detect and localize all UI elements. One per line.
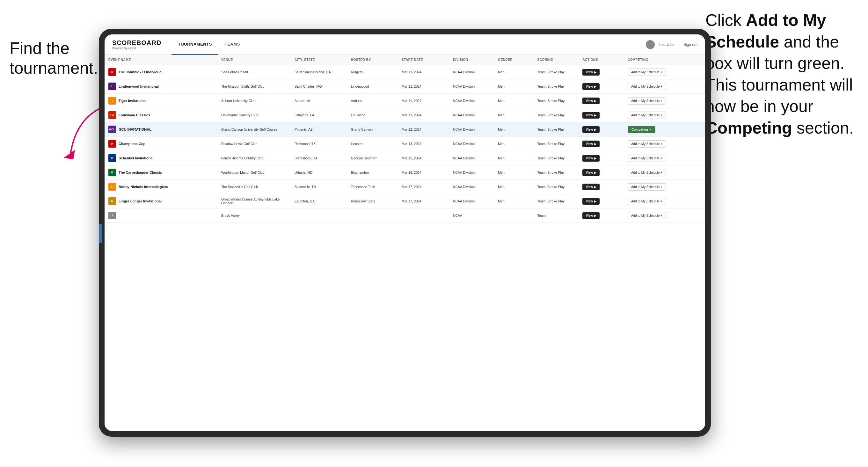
venue-cell: Worthington Manor Golf Club [217, 165, 291, 180]
actions-cell: View ▶ [579, 94, 624, 108]
venue-cell: Great Waters Course At Reynolds Lake Oco… [217, 194, 291, 209]
competing-cell: Add to My Schedule + [624, 194, 705, 209]
city-cell: Lafayette, LA [291, 108, 347, 122]
table-row: R The Johnnie - O Individual Sea Palms R… [104, 65, 705, 80]
view-button[interactable]: View ▶ [582, 97, 599, 104]
table-header-row: EVENT NAME VENUE CITY, STATE HOSTED BY S… [104, 55, 705, 65]
competing-cell: Add to My Schedule + [624, 80, 705, 94]
annotation-right: Click Add to My Schedule and the box wil… [706, 9, 859, 139]
table-row: LA Louisiana Classics Oakbourne Country … [104, 108, 705, 122]
event-name: Lindenwood Invitational [119, 85, 159, 88]
add-to-schedule-button[interactable]: Add to My Schedule + [628, 198, 666, 205]
date-cell: Mar 13, 2024 [398, 137, 449, 151]
competing-cell: Add to My Schedule + [624, 165, 705, 180]
view-button[interactable]: View ▶ [582, 69, 599, 75]
scoring-cell: Team, [534, 209, 579, 223]
actions-cell: View ▶ [579, 194, 624, 209]
team-logo: K [108, 197, 116, 205]
add-to-schedule-button[interactable]: Add to My Schedule + [628, 169, 666, 176]
separator: | [679, 42, 680, 47]
add-to-schedule-button[interactable]: Add to My Schedule + [628, 155, 666, 162]
gender-cell: Men [494, 194, 533, 209]
add-to-schedule-button[interactable]: Add to My Schedule + [628, 140, 666, 148]
sidebar-tab[interactable] [99, 224, 102, 243]
nav-tabs: TOURNAMENTS TEAMS [172, 34, 246, 55]
team-logo: R [108, 68, 116, 76]
add-to-schedule-button[interactable]: Add to My Schedule + [628, 183, 666, 191]
team-logo: B [108, 168, 116, 176]
event-name-cell: LA Louisiana Classics [104, 108, 217, 122]
date-cell: Mar 16, 2024 [398, 165, 449, 180]
gender-cell: Men [494, 94, 533, 108]
logo-text: SCOREBOARD [112, 39, 161, 46]
event-name: Bobby Nichols Intercollegiate [119, 185, 168, 189]
view-button[interactable]: View ▶ [582, 112, 599, 119]
view-button[interactable]: View ▶ [582, 126, 599, 133]
competing-cell: Add to My Schedule + [624, 180, 705, 194]
competing-cell: Add to My Schedule + [624, 94, 705, 108]
event-name: Champions Cup [119, 142, 145, 146]
view-button[interactable]: View ▶ [582, 198, 599, 205]
hosted-cell: Louisiana [347, 108, 398, 122]
event-name-cell: TT Bobby Nichols Intercollegiate [104, 180, 217, 194]
city-cell: Statesboro, GA [291, 151, 347, 165]
tab-teams[interactable]: TEAMS [218, 34, 246, 55]
add-to-schedule-button[interactable]: Add to My Schedule + [628, 212, 666, 219]
division-cell: NCAA Division I [449, 165, 494, 180]
scoring-cell: Team, Stroke Play [534, 80, 579, 94]
hosted-cell: Rutgers [347, 65, 398, 80]
date-cell: Mar 11, 2024 [398, 80, 449, 94]
col-header-division: DIVISION [449, 55, 494, 65]
actions-cell: View ▶ [579, 165, 624, 180]
col-header-actions: ACTIONS [579, 55, 624, 65]
date-cell: Mar 17, 2024 [398, 194, 449, 209]
gender-cell: Men [494, 137, 533, 151]
event-name: The Johnnie - O Individual [119, 70, 162, 74]
table-container: EVENT NAME VENUE CITY, STATE HOSTED BY S… [104, 55, 705, 431]
col-header-venue: VENUE [217, 55, 291, 65]
view-button[interactable]: View ▶ [582, 169, 599, 176]
event-name: Louisiana Classics [119, 113, 150, 117]
event-name: GCU INVITATIONAL [119, 127, 151, 131]
event-name: Schenkel Invitational [119, 156, 153, 160]
table-row: K Linger Longer Invitational Great Water… [104, 194, 705, 209]
avatar [646, 40, 655, 49]
date-cell [398, 209, 449, 223]
table-row: GCU GCU INVITATIONAL Grand Canyon Univer… [104, 122, 705, 137]
division-cell: NCAA Division I [449, 194, 494, 209]
view-button[interactable]: View ▶ [582, 212, 599, 219]
table-row: ? Brook Valley NCAA Team, View ▶ Add to … [104, 209, 705, 223]
view-button[interactable]: View ▶ [582, 155, 599, 162]
gender-cell: Men [494, 165, 533, 180]
team-logo: T [108, 97, 116, 104]
table-row: G Schenkel Invitational Forest Heights C… [104, 151, 705, 165]
city-cell: Sevierville, TN [291, 180, 347, 194]
competing-cell: Add to My Schedule + [624, 65, 705, 80]
add-to-schedule-button[interactable]: Add to My Schedule + [628, 83, 666, 90]
view-button[interactable]: View ▶ [582, 83, 599, 90]
event-name-cell: G Schenkel Invitational [104, 151, 217, 165]
actions-cell: View ▶ [579, 209, 624, 223]
view-button[interactable]: View ▶ [582, 141, 599, 147]
competing-button[interactable]: Competing ✓ [628, 126, 655, 133]
hosted-cell: Binghamton [347, 165, 398, 180]
event-name-cell: B The Carpetbagger Classic [104, 165, 217, 180]
division-cell: NCAA Division I [449, 94, 494, 108]
add-to-schedule-button[interactable]: Add to My Schedule + [628, 68, 666, 76]
sign-out-link[interactable]: Sign out [683, 42, 698, 47]
gender-cell: Men [494, 122, 533, 137]
tab-tournaments[interactable]: TOURNAMENTS [172, 34, 218, 55]
add-to-schedule-button[interactable]: Add to My Schedule + [628, 112, 666, 119]
actions-cell: View ▶ [579, 180, 624, 194]
team-logo: G [108, 154, 116, 162]
tournaments-table: EVENT NAME VENUE CITY, STATE HOSTED BY S… [104, 55, 705, 223]
add-to-schedule-button[interactable]: Add to My Schedule + [628, 97, 666, 104]
division-cell: NCAA Division I [449, 80, 494, 94]
col-header-hosted: HOSTED BY [347, 55, 398, 65]
view-button[interactable]: View ▶ [582, 184, 599, 190]
gender-cell: Men [494, 65, 533, 80]
gender-cell: Men [494, 180, 533, 194]
hosted-cell: Houston [347, 137, 398, 151]
hosted-cell [347, 209, 398, 223]
date-cell: Mar 17, 2024 [398, 180, 449, 194]
